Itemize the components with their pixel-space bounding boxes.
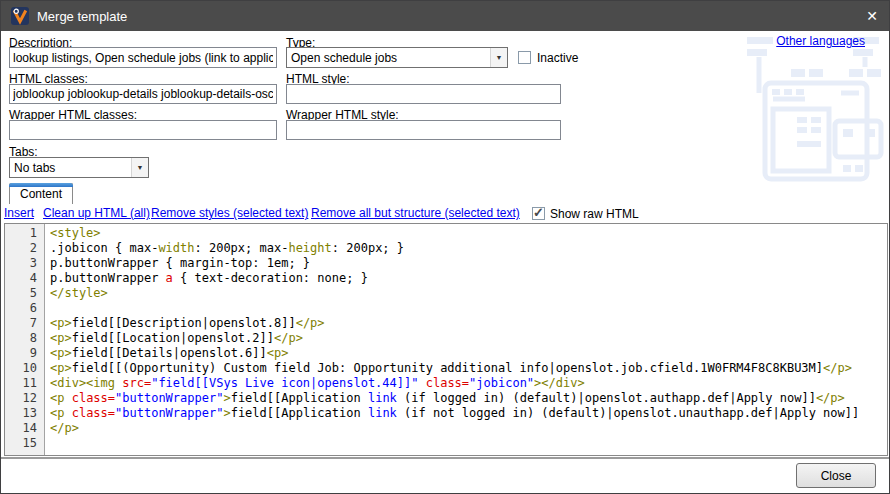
background-watermark: [745, 33, 887, 185]
code-line[interactable]: <p>field[[Details|openslot.6]]<p>: [50, 346, 887, 361]
inactive-checkbox-label: Inactive: [537, 51, 578, 65]
insert-link[interactable]: Insert: [4, 206, 34, 220]
line-number: 1: [5, 226, 37, 241]
type-dropdown-value: Open schedule jobs: [287, 51, 490, 65]
type-dropdown[interactable]: Open schedule jobs ▼: [286, 47, 508, 68]
title-bar: Merge template ✕: [1, 1, 889, 31]
code-line[interactable]: p.buttonWrapper { margin-top: 1em; }: [50, 256, 887, 271]
code-line[interactable]: [50, 301, 887, 316]
merge-template-dialog: Merge template ✕ Other languages Descri: [0, 0, 890, 494]
code-line[interactable]: <p>field[[Location|openslot.2]]</p>: [50, 331, 887, 346]
code-line[interactable]: <p class="buttonWrapper">field[[Applicat…: [50, 406, 887, 421]
show-raw-html-checkbox[interactable]: [532, 207, 545, 220]
editor-lines[interactable]: <style>.jobicon { max-width: 200px; max-…: [45, 224, 887, 455]
html-code-editor[interactable]: 123456789101112131415 <style>.jobicon { …: [4, 223, 888, 456]
vsys-app-icon: [11, 7, 29, 25]
description-input[interactable]: [9, 47, 277, 68]
tabs-dropdown-value: No tabs: [10, 161, 131, 175]
html-style-input[interactable]: [286, 84, 561, 104]
line-number: 3: [5, 256, 37, 271]
code-line[interactable]: [50, 436, 887, 451]
line-number: 9: [5, 346, 37, 361]
inactive-checkbox[interactable]: [518, 51, 531, 64]
code-line[interactable]: </p>: [50, 421, 887, 436]
chevron-down-icon: ▼: [490, 48, 507, 67]
tabs-dropdown[interactable]: No tabs ▼: [9, 157, 149, 178]
footer-divider: [1, 457, 889, 459]
code-line[interactable]: <p class="buttonWrapper">field[[Applicat…: [50, 391, 887, 406]
code-line[interactable]: </style>: [50, 286, 887, 301]
code-line[interactable]: .jobicon { max-width: 200px; max-height:…: [50, 241, 887, 256]
code-line[interactable]: <div><img src="field[[VSys Live icon|ope…: [50, 376, 887, 391]
line-number: 11: [5, 376, 37, 391]
line-number: 4: [5, 271, 37, 286]
line-number: 14: [5, 421, 37, 436]
close-window-icon[interactable]: ✕: [855, 1, 889, 31]
line-number: 6: [5, 301, 37, 316]
tab-content-label: Content: [20, 187, 62, 201]
line-number: 5: [5, 286, 37, 301]
remove-styles-link[interactable]: Remove styles (selected text): [151, 206, 308, 220]
wrapper-html-classes-input[interactable]: [9, 120, 277, 140]
wrapper-html-style-input[interactable]: [286, 120, 561, 140]
code-line[interactable]: <style>: [50, 226, 887, 241]
line-number: 2: [5, 241, 37, 256]
html-classes-input[interactable]: [9, 84, 277, 104]
line-number: 7: [5, 316, 37, 331]
close-button[interactable]: Close: [796, 463, 876, 488]
line-number: 15: [5, 436, 37, 451]
code-line[interactable]: <p>field[[Description|openslot.8]]</p>: [50, 316, 887, 331]
editor-gutter: 123456789101112131415: [5, 224, 45, 455]
window-title: Merge template: [37, 9, 127, 24]
tab-content[interactable]: Content: [9, 183, 73, 204]
line-number: 12: [5, 391, 37, 406]
cleanup-html-link[interactable]: Clean up HTML (all): [43, 206, 150, 220]
show-raw-html-label: Show raw HTML: [550, 207, 639, 221]
remove-all-but-structure-link[interactable]: Remove all but structure (selected text): [311, 206, 520, 220]
other-languages-link[interactable]: Other languages: [776, 34, 865, 48]
code-line[interactable]: p.buttonWrapper a { text-decoration: non…: [50, 271, 887, 286]
code-line[interactable]: <p>field[[(Opportunity) Custom field Job…: [50, 361, 887, 376]
line-number: 10: [5, 361, 37, 376]
chevron-down-icon: ▼: [131, 158, 148, 177]
line-number: 13: [5, 406, 37, 421]
line-number: 8: [5, 331, 37, 346]
